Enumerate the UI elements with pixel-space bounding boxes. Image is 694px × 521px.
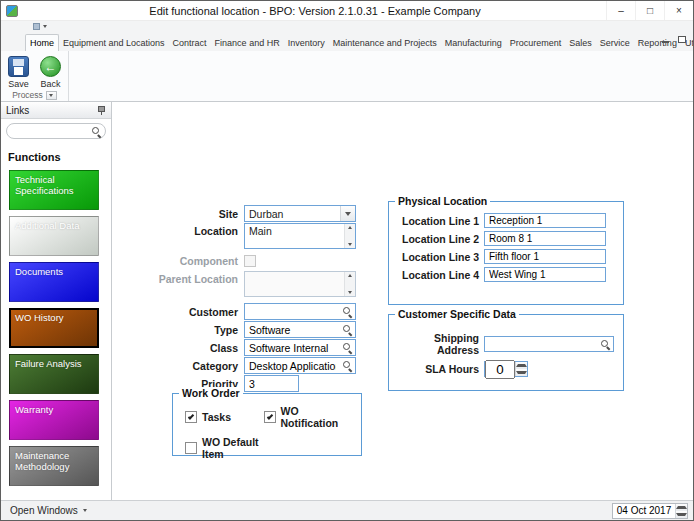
location-line-2-value[interactable] [485,233,605,244]
sidebar-item-documents[interactable]: Documents [9,262,99,302]
spin-down-icon[interactable] [516,369,527,376]
search-icon [92,127,101,136]
site-select[interactable]: Durban [244,205,356,222]
priority-input[interactable] [244,375,299,392]
class-lookup-button[interactable] [340,340,355,355]
customer-specific-data-group-title: Customer Specific Data [395,308,519,320]
tab-contract[interactable]: Contract [169,35,211,51]
sidebar-item-warranty[interactable]: Warranty [9,400,99,440]
status-bar: Open Windows [1,500,693,520]
ribbon-tab-bar: Home Equipment and Locations Contract Fi… [1,32,693,51]
type-lookup-button[interactable] [340,322,355,337]
sidebar-item-additional-data[interactable]: Additional Data [9,216,99,256]
site-value: Durban [245,208,340,220]
type-value[interactable] [245,324,340,336]
sidebar-item-wo-history[interactable]: WO History [9,308,99,348]
customer-value[interactable] [245,306,340,318]
location-line-1-label: Location Line 1 [397,215,479,227]
location-textarea[interactable]: Main [244,223,356,249]
close-button[interactable]: × [664,1,693,20]
links-panel-title: Links [6,105,97,116]
priority-value[interactable] [245,378,298,390]
process-group-dropdown[interactable] [46,91,57,100]
sidebar-item-failure-analysis[interactable]: Failure Analysis [9,354,99,394]
tab-inventory[interactable]: Inventory [284,35,329,51]
tab-home[interactable]: Home [25,34,59,51]
save-icon [8,56,29,77]
location-line-3-input[interactable] [484,249,606,264]
sidebar-item-maintenance-methodology[interactable]: Maintenance Methodology [9,446,99,486]
search-input[interactable] [6,123,106,139]
shipping-address-input[interactable] [484,336,614,352]
location-scrollbar[interactable] [344,224,355,248]
date-spin-down-icon[interactable] [676,511,687,518]
tab-sales[interactable]: Sales [565,35,596,51]
sidebar-item-label: Failure Analysis [15,358,82,369]
customer-input[interactable] [244,303,356,320]
qat-dropdown-icon[interactable] [43,25,47,28]
class-value[interactable] [245,342,340,354]
sla-hours-value[interactable] [485,360,515,379]
date-spin-up-icon[interactable] [676,504,687,511]
category-value[interactable] [245,360,340,372]
location-line-3-value[interactable] [485,251,605,262]
mdi-restore-icon[interactable] [678,36,686,43]
quick-access-toolbar [1,21,693,32]
type-input[interactable] [244,321,356,338]
category-label: Category [148,360,238,372]
shipping-address-lookup-button[interactable] [598,337,613,351]
spin-up-icon[interactable] [516,362,527,369]
maximize-button[interactable]: □ [635,1,664,20]
wo-notification-checkbox[interactable]: WO Notification [264,405,353,429]
shipping-address-row: Shipping Address [397,332,615,356]
save-button[interactable]: Save [5,54,32,91]
location-line-3-label: Location Line 3 [397,251,479,263]
location-line-4-input[interactable] [484,267,606,282]
search-icon [343,343,352,352]
location-line-4-value[interactable] [485,269,605,280]
scroll-up-icon[interactable] [348,226,352,229]
class-label: Class [148,342,238,354]
tab-finance-and-hr[interactable]: Finance and HR [211,35,284,51]
date-field[interactable] [612,503,688,519]
location-line-1-input[interactable] [484,213,606,228]
scroll-down-icon[interactable] [348,243,352,246]
sla-hours-row: SLA Hours [397,361,615,377]
tasks-checkbox[interactable]: Tasks [185,411,264,423]
class-input[interactable] [244,339,356,356]
tab-service[interactable]: Service [596,35,634,51]
location-line-1-row: Location Line 1 [397,213,615,228]
tab-manufacturing[interactable]: Manufacturing [441,35,506,51]
search-icon [343,325,352,334]
site-row: Site Durban [148,205,356,222]
sidebar-item-label: Warranty [15,404,53,415]
autohide-pin-icon[interactable] [97,105,106,115]
customer-lookup-button[interactable] [340,304,355,319]
window-controls: – □ × [606,1,693,20]
minimize-button[interactable]: – [606,1,635,20]
scroll-up-icon [348,274,352,277]
checkbox-icon [264,411,276,423]
mdi-minimize-icon[interactable] [662,41,669,43]
quick-save-icon[interactable] [33,23,40,30]
tab-equipment-and-locations[interactable]: Equipment and Locations [59,35,169,51]
process-group-caption: Process [12,90,43,100]
location-line-1-value[interactable] [485,215,605,226]
wo-default-item-checkbox[interactable]: WO Default Item [185,436,269,460]
tab-procurement[interactable]: Procurement [506,35,566,51]
sla-hours-stepper[interactable] [484,361,528,377]
chevron-down-icon[interactable] [340,206,355,221]
category-input[interactable] [244,357,356,374]
open-windows-button[interactable]: Open Windows [6,505,91,516]
sidebar-item-technical-specifications[interactable]: Technical Specifications [9,170,99,210]
site-label: Site [148,208,238,220]
sidebar-item-label: WO History [15,312,64,323]
shipping-address-value[interactable] [485,338,598,350]
location-line-4-row: Location Line 4 [397,267,615,282]
date-value[interactable] [613,505,675,516]
location-line-2-input[interactable] [484,231,606,246]
back-button[interactable]: ← Back [37,54,64,91]
category-lookup-button[interactable] [340,358,355,373]
functions-list: Technical Specifications Additional Data… [1,170,111,500]
tab-maintenance-and-projects[interactable]: Maintenance and Projects [329,35,441,51]
